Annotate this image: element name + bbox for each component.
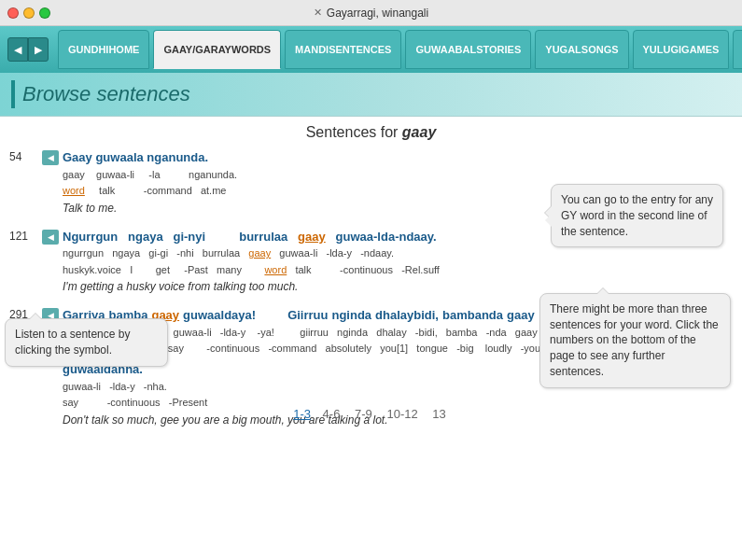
window-controls: [7, 7, 50, 19]
sentence-number-54: 54: [9, 148, 42, 215]
word-link-54[interactable]: word: [63, 185, 85, 196]
maximize-window-button[interactable]: [39, 7, 50, 19]
pagination-link-4-6[interactable]: 4-6: [323, 407, 341, 421]
tooltip-more-sentences: There might be more than three sentences…: [539, 293, 731, 388]
nav-back-button[interactable]: ◀: [7, 37, 28, 62]
sentence-gloss-54: gaay guwaa-li -la nganunda.: [63, 167, 733, 184]
audio-icon-121[interactable]: ◀: [42, 230, 59, 245]
browse-title: Browse sentences: [22, 82, 190, 106]
gaay-link-121[interactable]: gaay: [298, 230, 326, 244]
minimize-window-button[interactable]: [23, 7, 35, 19]
sentence-main-54: Gaay guwaala nganunda.: [63, 148, 733, 167]
title-icon: ✕: [314, 7, 322, 19]
nav-forward-button[interactable]: ▶: [28, 37, 49, 62]
tab-gaay-garay-words[interactable]: GAAY/GARAY WORDS: [153, 30, 281, 69]
tab-guwaabal-stories[interactable]: GUWAABAL STORIES: [405, 30, 531, 69]
main-content: Browse sentences Sentences for gaay 54 ◀…: [0, 73, 742, 560]
pagination-bar: 1-3 4-6 7-9 10-12 13: [0, 407, 742, 421]
nav-bar: ◀ ▶ GUNDHI HOME GAAY/GARAY WORDS MANDI S…: [0, 26, 742, 73]
sentence-gloss2-121: huskyk.voice I get -Past many word talk …: [63, 262, 733, 279]
tab-mayabil-links[interactable]: MAYABIL LINKS: [733, 30, 742, 69]
window-title: ✕ Gayarragi, winangali: [314, 7, 428, 20]
page-title: Sentences for gaay: [0, 117, 742, 145]
audio-button-121[interactable]: ◀: [42, 228, 63, 294]
audio-icon-54[interactable]: ◀: [42, 150, 59, 165]
tab-gundhi-home[interactable]: GUNDHI HOME: [58, 30, 149, 69]
tooltip-gy-word: You can go to the entry for any GY word …: [551, 184, 723, 247]
browse-title-bar: [11, 80, 15, 108]
pagination-link-10-12[interactable]: 10-12: [386, 407, 417, 421]
close-window-button[interactable]: [7, 7, 19, 19]
tooltip-listen: Listen to a sentence by clicking the sym…: [5, 318, 168, 367]
tab-mandi-sentences[interactable]: MANDI SENTENCES: [285, 30, 401, 69]
word-link-121[interactable]: word: [264, 264, 287, 275]
browse-header: Browse sentences: [0, 73, 742, 117]
pagination-link-7-9[interactable]: 7-9: [355, 407, 372, 421]
title-bar: ✕ Gayarragi, winangali: [0, 0, 742, 26]
sentence-translation-121: I'm getting a husky voice from talking t…: [63, 280, 733, 293]
tab-yulugi-games[interactable]: YULUGI GAMES: [633, 30, 730, 69]
pagination-link-1-3[interactable]: 1-3: [293, 407, 311, 421]
pagination-link-13[interactable]: 13: [432, 407, 445, 421]
nav-arrows: ◀ ▶: [7, 37, 49, 62]
audio-button-54[interactable]: ◀: [42, 148, 63, 215]
content-area: 54 ◀ Gaay guwaala nganunda. gaay guwaa-l…: [0, 145, 742, 430]
gaay-gloss-121[interactable]: gaay: [248, 247, 271, 259]
tab-yugal-songs[interactable]: YUGAL SONGS: [535, 30, 628, 69]
sentence-gloss1-121: ngurrgun ngaya gi-gi -nhi burrulaa gaay …: [63, 245, 733, 262]
sentence-number-121: 121: [9, 228, 42, 294]
